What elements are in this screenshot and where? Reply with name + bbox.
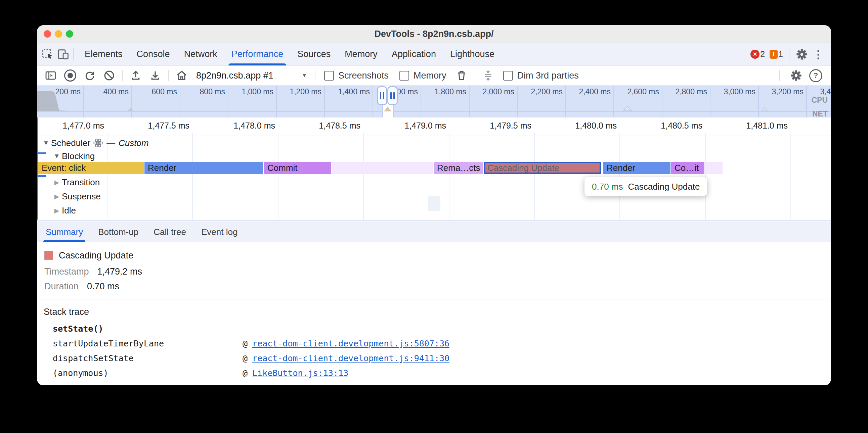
track-row-suspense[interactable]: ▶Suspense [37, 190, 101, 203]
tooltip-title: Cascading Update [628, 181, 700, 192]
collapse-sections-icon[interactable] [478, 67, 498, 84]
flame-bar-render[interactable]: Render [145, 162, 263, 174]
flame-bar-co-it[interactable]: Co…it [671, 162, 705, 174]
device-toolbar-icon[interactable] [57, 48, 69, 60]
collect-garbage-icon[interactable] [452, 67, 471, 84]
capture-settings-gear-icon[interactable] [790, 69, 803, 82]
reload-and-record-icon[interactable] [80, 67, 99, 84]
toggle-sidebar-icon[interactable] [41, 67, 60, 84]
tab-network[interactable]: Network [177, 43, 224, 65]
memory-label: Memory [413, 70, 446, 81]
error-counter[interactable]: ✕ 2 [750, 49, 765, 59]
duration-row: Duration 0.70 ms [44, 281, 119, 291]
header-dash: — [106, 138, 115, 148]
warning-icon: ! [770, 50, 778, 59]
net-lane-label: NET [812, 109, 828, 118]
dim-3rd-parties-checkbox[interactable]: Dim 3rd parties [503, 70, 579, 81]
tab-elements[interactable]: Elements [78, 43, 130, 65]
duration-value: 0.70 ms [87, 281, 119, 292]
collapsed-arrow-icon[interactable]: ▶ [52, 178, 62, 186]
frame-source-link[interactable]: react-dom-client.development.js:5807:36 [252, 339, 450, 348]
memory-checkbox[interactable]: Memory [399, 70, 446, 81]
details-tab-summary[interactable]: Summary [46, 222, 83, 242]
cpu-lane-label: CPU [811, 96, 828, 105]
tab-memory[interactable]: Memory [338, 43, 384, 65]
stack-frame: setState() [53, 324, 821, 334]
more-options-kebab-icon[interactable]: ⋮ [813, 49, 824, 60]
tabbar-separator [789, 48, 789, 60]
error-icon: ✕ [750, 50, 760, 59]
help-icon[interactable]: ? [809, 69, 822, 82]
details-tab-event-log[interactable]: Event log [201, 222, 238, 242]
flame-bar-event-click[interactable]: Event: click [38, 162, 144, 174]
flame-bar-render[interactable]: Render [603, 162, 671, 174]
warning-counter[interactable]: ! 1 [770, 49, 783, 59]
tab-performance[interactable]: Performance [224, 43, 290, 65]
selection-right-handle[interactable] [387, 86, 398, 105]
selection-marker [384, 106, 391, 111]
tab-application[interactable]: Application [384, 43, 443, 65]
expanded-arrow-icon[interactable]: ▼ [41, 139, 51, 147]
warning-count: 1 [778, 49, 783, 59]
toolbar-separator [475, 70, 475, 81]
summary-pane: Cascading Update Timestamp 1,479.2 ms Du… [37, 242, 831, 385]
timeline-tick-label: 1,480.0 ms [575, 121, 617, 131]
tab-console[interactable]: Console [130, 43, 177, 65]
record-icon[interactable] [60, 67, 80, 84]
tab-lighthouse[interactable]: Lighthouse [443, 43, 501, 65]
track-row-label: Idle [62, 205, 76, 216]
stack-trace-title: Stack trace [44, 307, 89, 317]
timeline-gridline [619, 133, 620, 220]
flame-bar-commit[interactable]: Commit [264, 162, 331, 174]
settings-gear-icon[interactable] [796, 48, 808, 61]
timeline-gridline [192, 133, 193, 220]
duration-label: Duration [44, 281, 79, 292]
frame-source-link[interactable]: LikeButton.js:13:13 [252, 368, 348, 378]
cpu-net-lane-separator [37, 111, 831, 112]
performance-toolbar: 8p2n9n.csb.app #1 ▼ Screenshots Memory [37, 66, 831, 86]
flame-bar-rema-cts[interactable]: Rema…cts [434, 162, 483, 174]
toolbar-separator [315, 70, 315, 81]
screen-background: DevTools - 8p2n9n.csb.app/ ElementsConso… [0, 0, 868, 433]
details-tab-call-tree[interactable]: Call tree [154, 222, 186, 242]
inspect-element-icon[interactable] [42, 48, 54, 60]
track-row-idle[interactable]: ▶Idle [37, 204, 76, 217]
track-row-blocking[interactable]: ▼Blocking [37, 150, 95, 162]
tab-sources[interactable]: Sources [290, 43, 338, 65]
stack-frame: (anonymous)@LikeButton.js:13:13 [53, 368, 821, 378]
target-selector-value: 8p2n9n.csb.app #1 [196, 70, 273, 81]
track-subtitle: Custom [119, 138, 149, 148]
event-title: Cascading Update [59, 251, 133, 261]
target-selector-dropdown[interactable]: 8p2n9n.csb.app #1 ▼ [191, 70, 312, 81]
tooltip-duration: 0.70 ms [592, 181, 623, 192]
timeline-overview[interactable]: 200 ms400 ms600 ms800 ms1,000 ms1,200 ms… [37, 86, 831, 118]
timeline-tick-label: 1,480.5 ms [661, 121, 703, 131]
flame-bar-blank[interactable] [332, 162, 433, 174]
screenshots-label: Screenshots [338, 70, 389, 81]
frame-function: setState() [53, 324, 243, 334]
clear-icon[interactable] [99, 67, 119, 84]
timeline-tick-label: 1,477.0 ms [62, 121, 104, 131]
flame-bar-cascading-update[interactable]: Cascading Update [484, 162, 601, 174]
selection-left-handle[interactable] [377, 86, 387, 105]
collapsed-arrow-icon[interactable]: ▶ [52, 193, 62, 200]
timeline-gridline [705, 133, 706, 220]
frame-source-link[interactable]: react-dom-client.development.js:9411:30 [252, 354, 450, 363]
titlebar: DevTools - 8p2n9n.csb.app/ [37, 25, 831, 43]
load-profile-icon[interactable] [126, 67, 146, 84]
ruler-underline [37, 136, 831, 136]
track-header-scheduler[interactable]: ▼ Scheduler — Custom [37, 136, 149, 150]
details-tab-bottom-up[interactable]: Bottom-up [98, 222, 138, 242]
flame-chart[interactable]: 1,477.0 ms1,477.5 ms1,478.0 ms1,478.5 ms… [37, 118, 831, 221]
devtools-window: DevTools - 8p2n9n.csb.app/ ElementsConso… [37, 25, 831, 385]
timeline-gridline [449, 133, 450, 220]
expanded-arrow-icon[interactable]: ▼ [52, 153, 62, 160]
screenshots-checkbox[interactable]: Screenshots [324, 70, 389, 81]
home-icon[interactable] [172, 67, 191, 84]
cpu-activity-chart [37, 86, 831, 118]
track-row-transition[interactable]: ▶Transition [37, 176, 100, 189]
flame-bar-blank[interactable] [705, 162, 722, 174]
summary-divider [37, 299, 831, 299]
save-profile-icon[interactable] [146, 67, 165, 84]
collapsed-arrow-icon[interactable]: ▶ [52, 207, 62, 214]
